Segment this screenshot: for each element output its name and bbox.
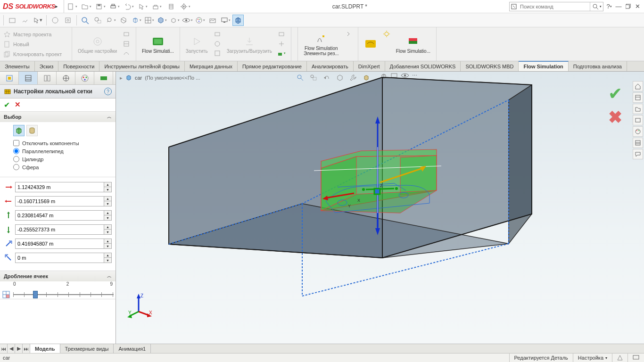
- panel-help-icon[interactable]: ?: [104, 88, 112, 95]
- project-new-button[interactable]: Новый: [4, 41, 68, 48]
- spin-up[interactable]: ▲: [104, 211, 111, 215]
- spin-up[interactable]: ▲: [104, 197, 111, 201]
- zoom-previous-icon[interactable]: ▾: [105, 15, 116, 26]
- tb2-appearance-icon[interactable]: [50, 15, 61, 26]
- x-max-input[interactable]: [15, 182, 104, 192]
- panel-tab-appearance-icon[interactable]: [75, 72, 94, 84]
- rib-load-unload[interactable]: Загрузить/Выгрузить: [224, 29, 275, 59]
- undo-icon[interactable]: ▾: [124, 1, 134, 12]
- tab-прямое-редактирование[interactable]: Прямое редактирование: [238, 61, 307, 71]
- zoom-fit-icon[interactable]: [80, 15, 91, 26]
- rib-sm-2-icon[interactable]: [122, 40, 131, 48]
- chk-disable-components[interactable]: Отключить компоненты: [13, 140, 111, 146]
- rib-sm-8-icon[interactable]: [277, 40, 286, 48]
- rib-flow-sim[interactable]: Flow Simulati...: [139, 29, 177, 59]
- shape-cyl-button[interactable]: [26, 125, 38, 136]
- vt-prev-icon[interactable]: ◀: [8, 344, 15, 353]
- rib-flow-elements[interactable]: Flow Simulation Элементы рез...: [301, 29, 342, 59]
- view-tab-анимация1[interactable]: Анимация1: [114, 344, 151, 353]
- search-go-icon[interactable]: ▾: [590, 2, 603, 11]
- rib-sm-1-icon[interactable]: [122, 30, 131, 38]
- radio-sphere[interactable]: Сфера: [13, 164, 111, 170]
- status-menu[interactable]: Настройка ▾: [573, 354, 612, 362]
- panel-tab-props-icon[interactable]: [19, 72, 38, 84]
- status-display-icon[interactable]: [627, 354, 644, 362]
- rib-sm-11-icon[interactable]: [344, 40, 353, 48]
- rib-sm-5-icon[interactable]: [213, 40, 222, 48]
- tb2-2-icon[interactable]: [19, 15, 31, 26]
- section-select-header[interactable]: Выбор ︿: [0, 112, 116, 122]
- search-scope-icon[interactable]: [510, 4, 518, 9]
- section-view-icon[interactable]: [118, 15, 129, 26]
- display-style-icon[interactable]: ▾: [156, 15, 167, 26]
- refinement-slider[interactable]: [13, 290, 114, 299]
- shape-box-button[interactable]: [13, 125, 25, 136]
- vt-last-icon[interactable]: ⏭: [23, 344, 30, 353]
- rib-sm-3-icon[interactable]: [122, 49, 131, 58]
- vt-first-icon[interactable]: ⏮: [0, 344, 8, 353]
- sheet-format-icon[interactable]: [166, 1, 176, 12]
- status-alert-icon[interactable]: [612, 354, 627, 362]
- tab-flow-simulation[interactable]: Flow Simulation: [519, 61, 568, 71]
- rib-sm-10-icon[interactable]: [344, 30, 353, 38]
- hide-show-icon[interactable]: ▾: [169, 15, 180, 26]
- project-wizard-button[interactable]: Мастер проекта: [4, 31, 68, 38]
- panel-tab-flow-icon[interactable]: [94, 72, 113, 84]
- ok-button[interactable]: ✔: [4, 100, 10, 109]
- rib-sm-9-icon[interactable]: ▾: [277, 49, 286, 58]
- y-max-input[interactable]: [15, 210, 104, 221]
- spin-up[interactable]: ▲: [104, 253, 111, 258]
- rib-general-settings[interactable]: Общие настройки: [75, 29, 120, 59]
- tb2-1-icon[interactable]: [7, 15, 18, 26]
- y-min-input[interactable]: [15, 224, 104, 235]
- tab-добавления-solidworks[interactable]: Добавления SOLIDWORKS: [385, 61, 461, 71]
- print-icon[interactable]: ▾: [109, 1, 120, 12]
- spin-down[interactable]: ▼: [104, 258, 111, 263]
- tab-миграция-данных[interactable]: Миграция данных: [185, 61, 238, 71]
- rib-sm-12-icon[interactable]: [344, 49, 353, 58]
- rib-flow-results[interactable]: [361, 29, 380, 59]
- viewport-layout-icon[interactable]: ▾: [143, 15, 155, 26]
- perspective-cube-icon[interactable]: [232, 15, 244, 26]
- rib-sm-6-icon[interactable]: [213, 49, 222, 58]
- panel-tab-config-icon[interactable]: [38, 72, 57, 84]
- rib-flow-sim2[interactable]: Flow Simulatio...: [393, 29, 433, 59]
- apply-scene-icon[interactable]: [207, 15, 218, 26]
- tab-dimxpert[interactable]: DimXpert: [354, 61, 385, 71]
- rib-sm-7-icon[interactable]: [277, 30, 286, 38]
- spin-up[interactable]: ▲: [104, 182, 111, 187]
- spin-down[interactable]: ▼: [104, 230, 111, 234]
- rib-sm-13-icon[interactable]: [382, 30, 391, 38]
- spin-up[interactable]: ▲: [104, 239, 111, 244]
- tab-подготовка-анализа[interactable]: Подготовка анализа: [569, 61, 627, 71]
- rib-run[interactable]: Запустить: [183, 29, 211, 59]
- select-arrow-icon[interactable]: ▾: [138, 1, 148, 12]
- search-input[interactable]: [518, 4, 590, 9]
- restore-icon[interactable]: [624, 3, 632, 10]
- z-max-input[interactable]: [15, 239, 104, 249]
- edit-appearance-icon[interactable]: ▾: [194, 15, 206, 26]
- vt-next-icon[interactable]: ▶: [15, 344, 23, 353]
- spin-down[interactable]: ▼: [104, 187, 111, 192]
- new-file-icon[interactable]: ▾: [67, 1, 77, 12]
- tab-элементы[interactable]: Элементы: [0, 61, 35, 71]
- save-icon[interactable]: ▾: [95, 1, 106, 12]
- tb2-decals-icon[interactable]: [62, 15, 74, 26]
- project-clone-button[interactable]: Клонировать проект: [4, 51, 68, 58]
- tab-поверхности[interactable]: Поверхности: [58, 61, 99, 71]
- cancel-button[interactable]: ✕: [15, 100, 21, 109]
- tab-инструменты-литейной-формы[interactable]: Инструменты литейной формы: [99, 61, 185, 71]
- rebuild-icon[interactable]: ▾: [152, 1, 162, 12]
- section-refine-header[interactable]: Дробление ячеек ︿: [0, 271, 116, 281]
- spin-up[interactable]: ▲: [104, 225, 111, 230]
- viewport[interactable]: ▸ car (По умолчанию<<По ... ⋯ ✔ ✖: [116, 72, 644, 344]
- view-tab-модель[interactable]: Модель: [30, 344, 60, 353]
- logo-menu-dropdown-icon[interactable]: ▸: [55, 3, 61, 9]
- spin-down[interactable]: ▼: [104, 215, 111, 220]
- radio-cylinder[interactable]: Цилиндр: [13, 156, 111, 162]
- radio-box[interactable]: Параллелепипед: [13, 148, 111, 154]
- settings-gear-icon[interactable]: ▾: [180, 1, 190, 12]
- tab-анализировать[interactable]: Анализировать: [307, 61, 354, 71]
- panel-tab-features-icon[interactable]: [0, 72, 19, 84]
- x-min-input[interactable]: [15, 196, 104, 206]
